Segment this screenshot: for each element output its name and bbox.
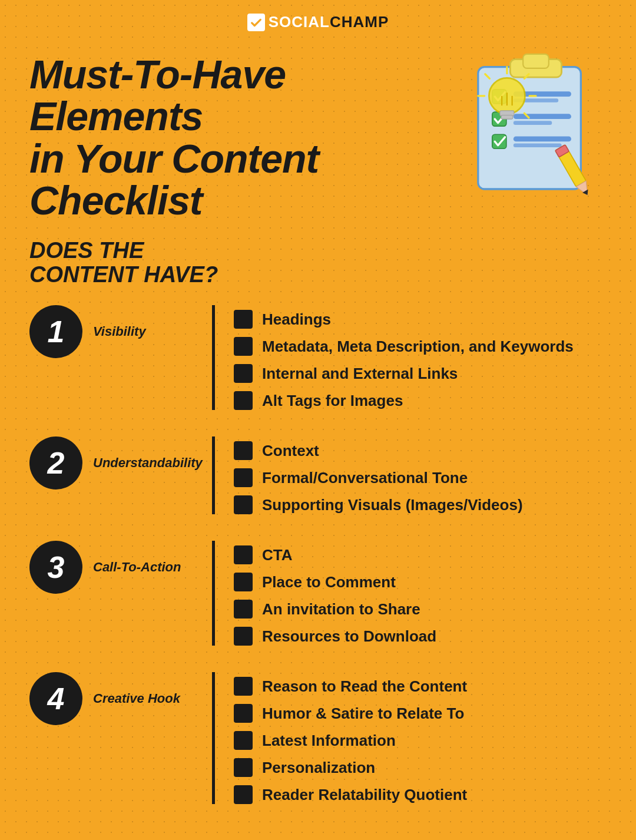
list-item: Personalization [234, 758, 607, 777]
list-item: Formal/Conversational Tone [234, 468, 607, 487]
item-text: Headings [262, 310, 331, 329]
item-text: Context [262, 442, 319, 460]
list-item: Headings [234, 310, 607, 329]
item-text: Latest Information [262, 732, 396, 750]
section-divider-4 [212, 672, 215, 804]
number-circle-4: 4 [29, 672, 82, 725]
checkbox-icon [234, 468, 253, 487]
section-left-2: 2Understandability [29, 436, 212, 490]
section-row-1: 1VisibilityHeadingsMetadata, Meta Descri… [29, 305, 607, 410]
section-row-4: 4Creative HookReason to Read the Content… [29, 672, 607, 804]
checkbox-icon [234, 310, 253, 329]
subtitle-question: DOES THE CONTENT HAVE? [29, 239, 465, 288]
list-item: Humor & Satire to Relate To [234, 704, 607, 723]
section-divider-3 [212, 541, 215, 646]
list-item: Context [234, 441, 607, 460]
section-label-1: Visibility [93, 324, 146, 339]
item-text: Internal and External Links [262, 365, 458, 383]
section-label-2: Understandability [93, 455, 203, 471]
list-item: Place to Comment [234, 573, 607, 591]
items-list-1: HeadingsMetadata, Meta Description, and … [234, 305, 607, 410]
main-title: Must-To-Have Elements in Your Content Ch… [29, 54, 465, 222]
number-circle-2: 2 [29, 436, 82, 490]
svg-rect-2 [523, 54, 549, 68]
title-text-block: Must-To-Have Elements in Your Content Ch… [29, 54, 465, 287]
section-row-2: 2UnderstandabilityContextFormal/Conversa… [29, 436, 607, 514]
items-list-2: ContextFormal/Conversational ToneSupport… [234, 436, 607, 514]
svg-rect-8 [514, 121, 552, 125]
list-item: Resources to Download [234, 627, 607, 646]
item-text: Humor & Satire to Relate To [262, 705, 464, 723]
item-text: Supporting Visuals (Images/Videos) [262, 496, 523, 514]
page-container: SOCIALCHAMP Must-To-Have Elements in You… [0, 0, 636, 840]
checkbox-icon [234, 337, 253, 356]
logo: SOCIALCHAMP [247, 13, 389, 31]
clipboard-illustration [465, 48, 607, 204]
svg-rect-10 [514, 137, 571, 142]
svg-rect-7 [514, 114, 571, 119]
item-text: Reader Relatability Quotient [262, 786, 467, 804]
item-text: Formal/Conversational Tone [262, 469, 468, 487]
svg-rect-18 [501, 115, 513, 120]
checkbox-icon [234, 495, 253, 514]
title-section: Must-To-Have Elements in Your Content Ch… [29, 54, 607, 287]
item-text: An invitation to Share [262, 600, 420, 619]
section-left-3: 3Call-To-Action [29, 541, 212, 594]
checkbox-icon [234, 758, 253, 777]
number-circle-1: 1 [29, 305, 82, 358]
checkbox-icon [234, 600, 253, 619]
section-label-4: Creative Hook [93, 691, 180, 706]
checkbox-icon [234, 545, 253, 564]
svg-rect-11 [514, 144, 562, 148]
checkbox-icon [234, 731, 253, 750]
sections-container: 1VisibilityHeadingsMetadata, Meta Descri… [29, 305, 607, 804]
checkbox-icon [234, 677, 253, 696]
section-left-1: 1Visibility [29, 305, 212, 358]
checkbox-icon [234, 627, 253, 646]
logo-champ-text: CHAMP [330, 13, 389, 31]
checkbox-icon [234, 573, 253, 591]
list-item: Reader Relatability Quotient [234, 785, 607, 804]
logo-check-icon [247, 14, 265, 31]
section-label-3: Call-To-Action [93, 560, 181, 575]
item-text: Reason to Read the Content [262, 677, 467, 696]
item-text: Resources to Download [262, 627, 436, 646]
list-item: An invitation to Share [234, 600, 607, 619]
list-item: Alt Tags for Images [234, 391, 607, 410]
number-circle-3: 3 [29, 541, 82, 594]
item-text: Place to Comment [262, 573, 396, 591]
list-item: Internal and External Links [234, 364, 607, 383]
items-list-3: CTAPlace to CommentAn invitation to Shar… [234, 541, 607, 646]
section-left-4: 4Creative Hook [29, 672, 212, 725]
item-text: Metadata, Meta Description, and Keywords [262, 338, 574, 356]
section-divider-1 [212, 305, 215, 410]
logo-social-text: SOCIAL [269, 13, 330, 31]
checkbox-icon [234, 391, 253, 410]
section-divider-2 [212, 436, 215, 514]
item-text: CTA [262, 546, 293, 564]
checkbox-icon [234, 441, 253, 460]
checkbox-icon [234, 704, 253, 723]
item-text: Personalization [262, 759, 375, 777]
list-item: Metadata, Meta Description, and Keywords [234, 337, 607, 356]
items-list-4: Reason to Read the ContentHumor & Satire… [234, 672, 607, 804]
list-item: Reason to Read the Content [234, 677, 607, 696]
checkbox-icon [234, 785, 253, 804]
list-item: CTA [234, 545, 607, 564]
list-item: Latest Information [234, 731, 607, 750]
checkbox-icon [234, 364, 253, 383]
item-text: Alt Tags for Images [262, 392, 403, 410]
header: SOCIALCHAMP [29, 0, 607, 42]
list-item: Supporting Visuals (Images/Videos) [234, 495, 607, 514]
section-row-3: 3Call-To-ActionCTAPlace to CommentAn inv… [29, 541, 607, 646]
